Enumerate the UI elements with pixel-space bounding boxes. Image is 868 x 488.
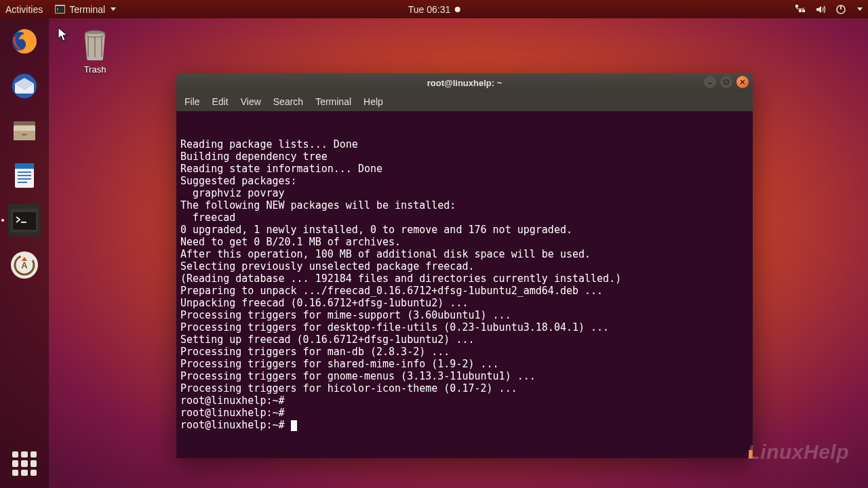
svg-rect-12 bbox=[22, 134, 27, 136]
updater-icon: A bbox=[9, 250, 39, 280]
dock-files[interactable] bbox=[8, 115, 41, 147]
record-indicator-icon bbox=[454, 7, 460, 12]
chevron-down-icon bbox=[111, 7, 116, 11]
top-bar: Activities Terminal Tue 06:31 bbox=[0, 0, 868, 18]
menu-edit[interactable]: Edit bbox=[212, 96, 229, 107]
menu-view[interactable]: View bbox=[241, 96, 261, 107]
menu-search[interactable]: Search bbox=[273, 96, 303, 107]
svg-rect-28 bbox=[724, 80, 728, 84]
system-menu-chevron-icon[interactable] bbox=[857, 7, 863, 11]
terminal-line: freecad bbox=[180, 211, 749, 224]
window-titlebar[interactable]: root@linuxhelp: ~ bbox=[176, 73, 753, 92]
terminal-output[interactable]: Reading package lists... DoneBuilding de… bbox=[176, 111, 753, 458]
terminal-icon bbox=[55, 5, 65, 14]
terminal-line: Processing triggers for hicolor-icon-the… bbox=[180, 382, 749, 394]
svg-rect-1 bbox=[56, 6, 64, 13]
terminal-line: (Reading database ... 192184 files and d… bbox=[180, 272, 749, 285]
terminal-line: root@linuxhelp:~# bbox=[180, 407, 749, 419]
thunderbird-icon bbox=[9, 71, 39, 101]
svg-rect-18 bbox=[18, 182, 27, 183]
terminal-line: Reading state information... Done bbox=[180, 163, 749, 175]
desktop-trash[interactable]: Trash bbox=[68, 28, 122, 75]
dock-firefox[interactable] bbox=[8, 25, 41, 58]
svg-text:A: A bbox=[21, 260, 28, 270]
svg-rect-3 bbox=[799, 9, 802, 12]
svg-rect-4 bbox=[802, 9, 805, 12]
dock-thunderbird[interactable] bbox=[8, 70, 41, 102]
app-menu-label: Terminal bbox=[69, 4, 105, 15]
terminal-line: Selecting previously unselected package … bbox=[180, 260, 749, 272]
dock-writer[interactable] bbox=[8, 159, 41, 192]
svg-rect-15 bbox=[18, 171, 31, 173]
menu-file[interactable]: File bbox=[184, 96, 200, 107]
svg-rect-17 bbox=[18, 178, 31, 180]
window-title: root@linuxhelp: ~ bbox=[427, 78, 502, 88]
terminal-line: Suggested packages: bbox=[180, 175, 749, 187]
menu-terminal[interactable]: Terminal bbox=[315, 96, 351, 107]
terminal-window: root@linuxhelp: ~ File Edit View Search … bbox=[176, 73, 753, 458]
dock-software-updater[interactable]: A bbox=[8, 249, 41, 281]
terminal-line: After this operation, 100 MB of addition… bbox=[180, 248, 749, 260]
svg-rect-14 bbox=[15, 163, 34, 169]
terminal-line: Setting up freecad (0.16.6712+dfsg-1ubun… bbox=[180, 333, 749, 346]
files-icon bbox=[9, 116, 39, 146]
terminal-line: root@linuxhelp:~# bbox=[180, 394, 749, 407]
mouse-pointer-icon bbox=[58, 27, 68, 42]
terminal-line: Reading package lists... Done bbox=[180, 138, 749, 150]
svg-rect-2 bbox=[795, 5, 798, 7]
menu-help[interactable]: Help bbox=[363, 96, 383, 107]
maximize-button[interactable] bbox=[720, 76, 732, 88]
firefox-icon bbox=[9, 26, 39, 56]
watermark: LinuxHelp bbox=[747, 441, 849, 464]
terminal-line: Unpacking freecad (0.16.6712+dfsg-1ubunt… bbox=[180, 297, 749, 309]
show-applications[interactable] bbox=[12, 451, 37, 476]
svg-rect-20 bbox=[13, 212, 36, 230]
terminal-line: Need to get 0 B/20.1 MB of archives. bbox=[180, 236, 749, 248]
terminal-line: The following NEW packages will be insta… bbox=[180, 199, 749, 211]
app-menu[interactable]: Terminal bbox=[55, 4, 116, 15]
terminal-line: Processing triggers for mime-support (3.… bbox=[180, 309, 749, 321]
svg-rect-16 bbox=[18, 175, 31, 176]
terminal-line: Processing triggers for desktop-file-uti… bbox=[180, 321, 749, 333]
terminal-line: graphviz povray bbox=[180, 187, 749, 199]
terminal-line: Processing triggers for gnome-menus (3.1… bbox=[180, 370, 749, 382]
activities-button[interactable]: Activities bbox=[5, 4, 43, 15]
network-icon[interactable] bbox=[795, 4, 806, 15]
terminal-line: Processing triggers for shared-mime-info… bbox=[180, 358, 749, 370]
terminal-line: Building dependency tree bbox=[180, 150, 749, 163]
clock[interactable]: Tue 06:31 bbox=[408, 4, 460, 15]
trash-icon bbox=[80, 28, 110, 62]
terminal-app-icon bbox=[11, 209, 38, 232]
terminal-line: Preparing to unpack .../freecad_0.16.671… bbox=[180, 285, 749, 297]
terminal-prompt-line: root@linuxhelp:~# bbox=[180, 419, 749, 431]
terminal-line: Processing triggers for man-db (2.8.3-2)… bbox=[180, 346, 749, 358]
volume-icon[interactable] bbox=[815, 4, 826, 15]
power-icon[interactable] bbox=[835, 4, 846, 15]
dock-terminal[interactable] bbox=[8, 204, 41, 237]
minimize-button[interactable] bbox=[704, 76, 716, 88]
terminal-line: 0 upgraded, 1 newly installed, 0 to remo… bbox=[180, 224, 749, 236]
terminal-cursor bbox=[291, 420, 297, 431]
dock: A bbox=[0, 18, 49, 488]
writer-icon bbox=[9, 161, 39, 190]
terminal-menubar: File Edit View Search Terminal Help bbox=[176, 92, 753, 111]
trash-label: Trash bbox=[68, 64, 122, 75]
close-button[interactable] bbox=[736, 76, 749, 88]
